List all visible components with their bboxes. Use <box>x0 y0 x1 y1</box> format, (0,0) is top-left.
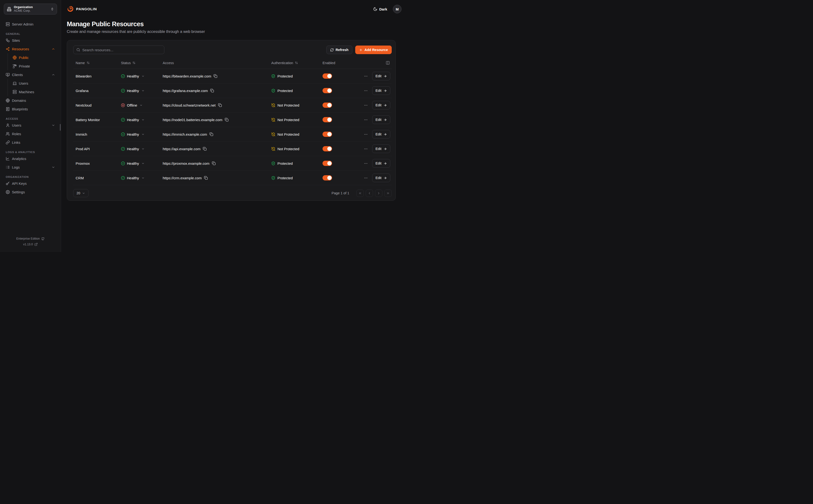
edit-button[interactable]: Edit <box>372 115 390 124</box>
sidebar-item-domains[interactable]: Domains <box>4 96 57 105</box>
column-header-authentication[interactable]: Authentication <box>269 61 320 65</box>
row-menu-button[interactable] <box>362 131 369 138</box>
sidebar-scrollbar-thumb[interactable] <box>60 124 61 131</box>
status-dropdown[interactable]: Healthy <box>121 74 145 78</box>
search-icon <box>76 48 80 52</box>
page-size-value: 20 <box>77 191 80 195</box>
copy-url-button[interactable] <box>212 161 216 165</box>
column-header-status[interactable]: Status <box>119 61 160 65</box>
column-header-name[interactable]: Name <box>73 61 119 65</box>
resource-url: https://grafana.example.com <box>163 89 208 93</box>
section-label-logs-analytics: LOGS & ANALYTICS <box>6 151 55 154</box>
sidebar-item-logs[interactable]: Logs <box>4 163 57 171</box>
sidebar-item-label: Private <box>19 64 30 68</box>
sidebar-item-label: Users <box>12 123 21 127</box>
copy-url-button[interactable] <box>204 176 208 180</box>
copy-url-button[interactable] <box>209 132 213 136</box>
sidebar-item-users[interactable]: Users <box>4 121 57 129</box>
sidebar-item-analytics[interactable]: Analytics <box>4 154 57 163</box>
columns-toggle-button[interactable] <box>386 61 390 65</box>
status-dropdown[interactable]: Healthy <box>121 161 145 165</box>
prev-page-button[interactable] <box>366 190 373 197</box>
row-menu-button[interactable] <box>362 102 369 109</box>
next-page-button[interactable] <box>375 190 382 197</box>
column-header-actions <box>356 61 392 65</box>
sidebar-item-resources[interactable]: Resources <box>4 45 57 53</box>
toggle-knob <box>327 74 331 78</box>
globe-icon <box>6 98 10 103</box>
search-input[interactable] <box>82 48 161 52</box>
arrow-up-down-icon <box>132 61 135 64</box>
status-dropdown[interactable]: Healthy <box>121 132 145 136</box>
refresh-button[interactable]: Refresh <box>326 46 352 54</box>
row-menu-button[interactable] <box>362 87 369 94</box>
row-menu-button[interactable] <box>362 116 369 123</box>
row-menu-button[interactable] <box>362 174 369 181</box>
edit-button[interactable]: Edit <box>372 86 390 95</box>
sidebar-subitem-private[interactable]: Private <box>11 62 57 70</box>
enabled-toggle[interactable] <box>322 88 332 93</box>
page-size-select[interactable]: 20 <box>73 189 88 197</box>
main-area: PANGOLIN Dark M Manage Public Resources … <box>61 0 406 252</box>
enabled-toggle[interactable] <box>322 161 332 166</box>
first-page-button[interactable] <box>356 190 364 197</box>
page-status: Page 1 of 1 <box>331 191 349 195</box>
edit-button[interactable]: Edit <box>372 101 390 109</box>
enabled-toggle[interactable] <box>322 132 332 137</box>
edit-button[interactable]: Edit <box>372 159 390 168</box>
circle-check-icon <box>121 74 125 78</box>
theme-toggle[interactable]: Dark <box>373 7 387 11</box>
user-avatar[interactable]: M <box>393 5 401 13</box>
table-footer: 20 Page 1 of 1 <box>73 189 392 197</box>
enabled-toggle[interactable] <box>322 103 332 108</box>
sidebar-subitem-public[interactable]: Public <box>11 53 57 62</box>
sidebar-item-sites[interactable]: Sites <box>4 36 57 45</box>
last-page-button[interactable] <box>384 190 392 197</box>
subnav-clients: UsersMachines <box>8 79 57 96</box>
github-icon <box>41 237 45 241</box>
edit-button[interactable]: Edit <box>372 72 390 80</box>
edit-button[interactable]: Edit <box>372 130 390 139</box>
row-menu-button[interactable] <box>362 160 369 167</box>
edit-button[interactable]: Edit <box>372 144 390 153</box>
sidebar-item-label: Logs <box>12 165 20 169</box>
status-dropdown[interactable]: Healthy <box>121 89 145 93</box>
sidebar-item-server-admin[interactable]: Server Admin <box>4 20 57 28</box>
sidebar-item-settings[interactable]: Settings <box>4 188 57 196</box>
edit-button[interactable]: Edit <box>372 174 390 182</box>
row-menu-button[interactable] <box>362 72 369 80</box>
status-dropdown[interactable]: Healthy <box>121 118 145 122</box>
sidebar-item-roles[interactable]: Roles <box>4 129 57 138</box>
refresh-icon <box>330 48 334 52</box>
sidebar-subitem-users[interactable]: Users <box>11 79 57 87</box>
copy-url-button[interactable] <box>210 89 214 93</box>
edition-link[interactable]: Enterprise Edition <box>4 236 57 242</box>
enabled-toggle[interactable] <box>322 146 332 151</box>
status-dropdown[interactable]: Offline <box>121 103 143 107</box>
table-header-row: NameStatusAccessAuthenticationEnabled <box>73 57 392 69</box>
enabled-toggle[interactable] <box>322 117 332 122</box>
org-selector[interactable]: Organization ACME Corp. <box>4 4 57 15</box>
version-link[interactable]: v1.13.0 <box>4 242 57 247</box>
sidebar-item-api-keys[interactable]: API Keys <box>4 179 57 188</box>
auth-label: Protected <box>277 161 293 165</box>
status-dropdown[interactable]: Healthy <box>121 147 145 151</box>
chevrons-right-icon <box>386 191 390 195</box>
sidebar-item-blueprints[interactable]: Blueprints <box>4 105 57 113</box>
toggle-knob <box>327 161 331 165</box>
add-resource-button[interactable]: Add Resource <box>355 46 392 54</box>
table-row-grafana: GrafanaHealthyhttps://grafana.example.co… <box>73 83 392 98</box>
brand-home-link[interactable]: PANGOLIN <box>67 5 97 13</box>
copy-url-button[interactable] <box>203 147 207 151</box>
copy-url-button[interactable] <box>213 74 217 78</box>
enabled-toggle[interactable] <box>322 175 332 180</box>
enabled-toggle[interactable] <box>322 73 332 79</box>
sidebar-item-links[interactable]: Links <box>4 138 57 147</box>
status-dropdown[interactable]: Healthy <box>121 176 145 180</box>
copy-url-button[interactable] <box>218 103 222 107</box>
copy-url-button[interactable] <box>225 118 228 122</box>
sidebar-item-clients[interactable]: Clients <box>4 70 57 79</box>
sidebar-subitem-machines[interactable]: Machines <box>11 87 57 96</box>
row-menu-button[interactable] <box>362 145 369 152</box>
sidebar-item-label: Analytics <box>12 157 26 161</box>
